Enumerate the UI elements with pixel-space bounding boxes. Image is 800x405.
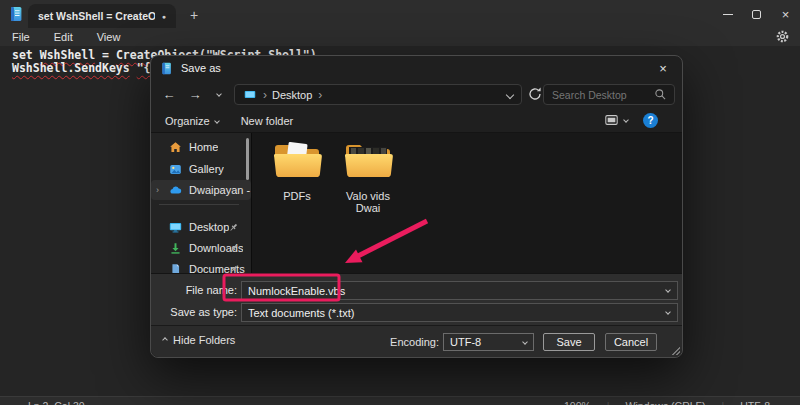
status-bar: Ln 2, Col 30 100% | Windows (CRLF) | UTF… bbox=[0, 396, 800, 405]
chevron-down-icon bbox=[522, 339, 528, 345]
encoding-status[interactable]: UTF-8 bbox=[724, 400, 786, 405]
cancel-button[interactable]: Cancel bbox=[605, 333, 657, 351]
sidebar-item-downloads[interactable]: Downloads bbox=[151, 238, 251, 258]
resize-grip[interactable] bbox=[672, 347, 680, 355]
menu-edit[interactable]: Edit bbox=[42, 28, 85, 46]
back-button[interactable]: ← bbox=[159, 84, 179, 104]
file-name-input[interactable] bbox=[242, 285, 634, 297]
zoom-level[interactable]: 100% bbox=[548, 400, 607, 405]
pin-icon bbox=[228, 222, 239, 233]
menu-file[interactable]: File bbox=[0, 28, 42, 46]
chevron-down-icon bbox=[216, 91, 222, 97]
folder-pdfs[interactable]: PDFs bbox=[265, 139, 329, 202]
new-folder-button[interactable]: New folder bbox=[241, 115, 294, 127]
save-type-combo[interactable]: Text documents (*.txt) bbox=[241, 303, 678, 322]
dialog-footer: Hide Folders Encoding: UTF-8 Save Cancel bbox=[151, 325, 682, 357]
menu-view[interactable]: View bbox=[85, 28, 133, 46]
maximize-button[interactable] bbox=[742, 0, 771, 28]
tab-title: set WshShell = CreateObject(WScri bbox=[38, 10, 155, 22]
breadcrumb-separator: › bbox=[318, 88, 322, 102]
chevron-up-icon bbox=[162, 337, 168, 343]
folder-name: Valo vids Dwai bbox=[333, 190, 403, 214]
navigation-pane: Home Gallery › Dwaipayan - Per bbox=[151, 133, 252, 273]
sidebar-item-onedrive[interactable]: › Dwaipayan - Per bbox=[151, 180, 251, 200]
close-window-button[interactable]: × bbox=[771, 0, 800, 28]
view-mode-button[interactable] bbox=[604, 113, 628, 127]
dialog-toolbar: Organize New folder ? bbox=[151, 109, 682, 133]
search-icon bbox=[654, 88, 667, 101]
encoding-label: Encoding: bbox=[381, 336, 439, 348]
encoding-dropdown[interactable]: UTF-8 bbox=[443, 333, 534, 351]
help-button[interactable]: ? bbox=[643, 113, 658, 128]
save-type-value: Text documents (*.txt) bbox=[242, 307, 354, 319]
sidebar-separator bbox=[159, 204, 239, 205]
notepad-icon bbox=[160, 62, 173, 75]
desktop-icon bbox=[243, 89, 257, 101]
hide-folders-button[interactable]: Hide Folders bbox=[163, 334, 235, 346]
file-name-combo[interactable] bbox=[241, 281, 678, 300]
sidebar-item-desktop[interactable]: Desktop bbox=[151, 217, 251, 237]
new-tab-button[interactable]: + bbox=[183, 5, 205, 25]
settings-gear-icon[interactable] bbox=[775, 29, 790, 44]
breadcrumb-separator: › bbox=[263, 88, 267, 102]
search-input[interactable] bbox=[544, 89, 644, 101]
dialog-close-button[interactable]: × bbox=[650, 58, 676, 78]
folder-icon bbox=[272, 139, 322, 181]
gallery-icon bbox=[169, 163, 182, 176]
chevron-down-icon bbox=[623, 117, 629, 123]
dialog-title: Save as bbox=[181, 62, 221, 74]
chevron-down-icon[interactable] bbox=[665, 309, 671, 315]
folder-icon bbox=[343, 139, 393, 181]
cursor-position: Ln 2, Col 30 bbox=[12, 400, 101, 405]
recent-locations-button[interactable] bbox=[209, 84, 229, 104]
home-icon bbox=[169, 141, 182, 154]
breadcrumb-desktop[interactable]: Desktop bbox=[272, 89, 312, 101]
sidebar-item-home[interactable]: Home bbox=[151, 137, 251, 157]
refresh-icon[interactable] bbox=[527, 86, 543, 102]
save-type-label: Save as type: bbox=[151, 303, 237, 322]
dialog-fields: File name: Save as type: Text documents … bbox=[151, 273, 682, 327]
chevron-down-icon bbox=[214, 118, 220, 124]
sidebar-scrollbar[interactable] bbox=[246, 138, 249, 180]
unsaved-dot-icon: ● bbox=[162, 13, 166, 20]
dialog-title-bar: Save as × bbox=[151, 56, 682, 80]
dialog-nav-bar: ← → ↑ › Desktop › bbox=[151, 80, 682, 109]
downloads-icon bbox=[169, 242, 182, 255]
menu-bar: File Edit View bbox=[0, 28, 800, 46]
save-button[interactable]: Save bbox=[543, 333, 595, 351]
sidebar-item-gallery[interactable]: Gallery bbox=[151, 159, 251, 179]
dialog-body: Home Gallery › Dwaipayan - Per bbox=[151, 133, 682, 273]
folder-valo-vids[interactable]: Valo vids Dwai bbox=[333, 139, 403, 214]
notepad-app-icon bbox=[8, 6, 24, 22]
view-mode-icon bbox=[604, 113, 619, 127]
forward-button[interactable]: → bbox=[185, 84, 205, 104]
search-box[interactable] bbox=[543, 84, 675, 105]
file-list: PDFs Valo vids Dwai bbox=[253, 133, 682, 273]
tab-set-wshshell[interactable]: set WshShell = CreateObject(WScri ● bbox=[28, 4, 176, 28]
window-controls: × bbox=[713, 0, 800, 28]
minimize-button[interactable] bbox=[713, 0, 742, 28]
notepad-tab-bar: set WshShell = CreateObject(WScri ● + × bbox=[0, 0, 800, 28]
line-ending[interactable]: Windows (CRLF) bbox=[610, 400, 722, 405]
save-as-dialog: Save as × ← → ↑ › Desktop › bbox=[150, 55, 683, 358]
folder-name: PDFs bbox=[265, 190, 329, 202]
minimize-icon bbox=[723, 14, 733, 15]
file-name-label: File name: bbox=[151, 281, 237, 300]
expand-chevron-icon[interactable]: › bbox=[156, 185, 159, 195]
onedrive-cloud-icon bbox=[169, 184, 182, 197]
desktop-icon bbox=[169, 221, 182, 234]
chevron-down-icon[interactable] bbox=[665, 287, 671, 293]
address-dropdown-chevron-icon[interactable] bbox=[506, 90, 514, 98]
pin-icon bbox=[228, 243, 239, 254]
maximize-icon bbox=[752, 10, 761, 19]
address-bar[interactable]: › Desktop › bbox=[234, 84, 522, 105]
organize-button[interactable]: Organize bbox=[165, 115, 219, 127]
